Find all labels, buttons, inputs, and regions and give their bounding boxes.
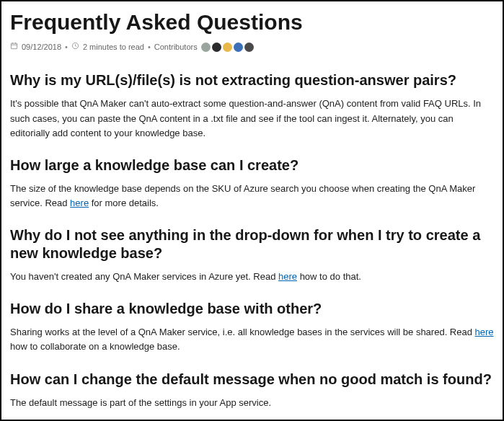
avatar[interactable] <box>244 43 254 52</box>
inline-link[interactable]: here <box>475 327 494 337</box>
calendar-icon <box>10 42 18 53</box>
read-time: 2 minutes to read <box>83 42 144 53</box>
faq-body: You haven't created any QnA Maker servic… <box>10 270 494 284</box>
faq-heading: How do I share a knowledge base with oth… <box>10 300 494 318</box>
faq-body: The default message is part of the setti… <box>10 396 494 410</box>
svg-rect-0 <box>11 43 17 49</box>
inline-link[interactable]: here <box>278 271 297 282</box>
article-date: 09/12/2018 <box>22 42 61 53</box>
faq-heading: How can I change the default message whe… <box>10 371 494 389</box>
list-item: Go to the your App service resource in t… <box>29 416 494 421</box>
inline-link[interactable]: here <box>70 198 89 208</box>
separator: • <box>148 42 151 53</box>
contributors-label: Contributors <box>154 42 198 53</box>
avatar[interactable] <box>201 43 211 52</box>
faq-heading: How large a knowledge base can I create? <box>10 156 494 174</box>
page-title: Frequently Asked Questions <box>10 7 494 37</box>
faq-body: The size of the knowledge base depends o… <box>10 182 494 211</box>
faq-heading: Why do I not see anything in the drop-do… <box>10 226 494 262</box>
faq-body: Sharing works at the level of a QnA Make… <box>10 325 494 354</box>
avatar[interactable] <box>212 43 221 52</box>
contributor-avatars <box>201 43 254 52</box>
faq-heading: Why is my URL(s)/file(s) is not extracti… <box>10 71 494 89</box>
separator: • <box>65 42 68 53</box>
clock-icon <box>71 42 79 53</box>
faq-bullet-list: Go to the your App service resource in t… <box>29 416 494 421</box>
avatar[interactable] <box>223 43 232 52</box>
article-meta: 09/12/2018 • 2 minutes to read • Contrib… <box>10 42 494 53</box>
svg-line-6 <box>75 46 76 47</box>
faq-body: It's possible that QnA Maker can't auto-… <box>10 97 494 140</box>
avatar[interactable] <box>234 43 243 52</box>
